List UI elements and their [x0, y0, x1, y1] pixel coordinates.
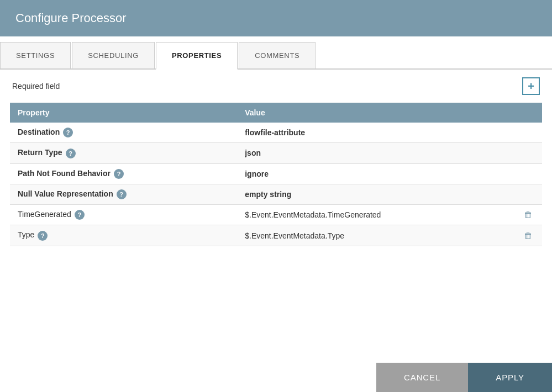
- property-value-null-value[interactable]: empty string: [237, 184, 514, 204]
- delete-icon-type[interactable]: 🗑: [524, 231, 533, 241]
- table-header-row: Property Value: [10, 103, 542, 123]
- property-value-type[interactable]: $.Event.EventMetadata.Type: [237, 225, 514, 246]
- property-name-type: Type: [18, 230, 34, 239]
- property-value-timegenerated[interactable]: $.Event.EventMetadata.TimeGenerated: [237, 205, 514, 225]
- tab-comments[interactable]: COMMENTS: [239, 42, 316, 68]
- apply-button[interactable]: APPLY: [468, 363, 552, 392]
- table-row: Type?$.Event.EventMetadata.Type🗑: [10, 225, 542, 246]
- table-row: Destination?flowfile-attribute: [10, 123, 542, 143]
- property-value-path-not-found[interactable]: ignore: [237, 163, 514, 184]
- footer: CANCEL APPLY: [0, 363, 552, 392]
- help-icon-path-not-found[interactable]: ?: [114, 169, 124, 179]
- content-area: Required field + Property Value Destinat…: [0, 70, 552, 246]
- property-name-path-not-found: Path Not Found Behavior: [18, 169, 111, 178]
- tabs: SETTINGS SCHEDULING PROPERTIES COMMENTS: [0, 36, 552, 70]
- property-value-destination[interactable]: flowfile-attribute: [237, 123, 514, 143]
- required-field-bar: Required field +: [10, 70, 542, 103]
- table-row: Path Not Found Behavior?ignore: [10, 163, 542, 184]
- header: Configure Processor: [0, 0, 552, 36]
- add-property-button[interactable]: +: [522, 77, 540, 95]
- help-icon-type[interactable]: ?: [38, 231, 48, 241]
- property-name-return-type: Return Type: [18, 148, 62, 157]
- tab-scheduling[interactable]: SCHEDULING: [72, 42, 155, 68]
- help-icon-null-value[interactable]: ?: [117, 189, 127, 199]
- help-icon-destination[interactable]: ?: [63, 128, 73, 137]
- table-row: TimeGenerated?$.Event.EventMetadata.Time…: [10, 205, 542, 225]
- page-title: Configure Processor: [15, 11, 127, 25]
- tab-properties[interactable]: PROPERTIES: [156, 42, 238, 70]
- property-value-return-type[interactable]: json: [237, 143, 514, 163]
- properties-table: Property Value Destination?flowfile-attr…: [10, 103, 542, 246]
- help-icon-timegenerated[interactable]: ?: [75, 210, 85, 220]
- table-row: Return Type?json: [10, 143, 542, 163]
- cancel-button[interactable]: CANCEL: [376, 363, 468, 392]
- delete-icon-timegenerated[interactable]: 🗑: [524, 210, 533, 220]
- help-icon-return-type[interactable]: ?: [66, 149, 76, 158]
- property-name-timegenerated: TimeGenerated: [18, 210, 71, 219]
- property-name-destination: Destination: [18, 128, 60, 136]
- property-name-null-value: Null Value Representation: [18, 189, 113, 198]
- table-row: Null Value Representation?empty string: [10, 184, 542, 204]
- column-header-property: Property: [10, 103, 237, 123]
- column-header-value: Value: [237, 103, 514, 123]
- column-header-actions: [514, 103, 542, 123]
- required-field-label: Required field: [12, 82, 60, 91]
- tab-settings[interactable]: SETTINGS: [0, 42, 71, 68]
